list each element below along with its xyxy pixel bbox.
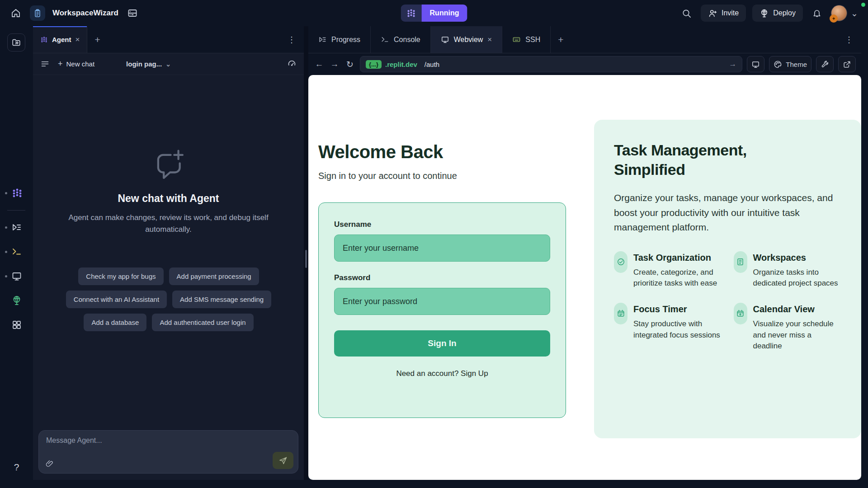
tab-ssh[interactable]: SSH bbox=[502, 26, 551, 53]
session-label: login pag... bbox=[126, 60, 162, 68]
panel-options-kebab-icon[interactable]: ⋮ bbox=[279, 26, 304, 53]
calendar-plus-icon bbox=[734, 303, 747, 324]
promo-panel: Task Management, Simplified Organize you… bbox=[594, 120, 861, 438]
panel-resize-handle[interactable] bbox=[304, 26, 308, 480]
feature-description: Visualize your schedule and never miss a… bbox=[753, 319, 842, 352]
empty-state-subtitle: Agent can make changes, review its work,… bbox=[65, 212, 273, 236]
monitor-icon bbox=[11, 271, 22, 282]
external-link-icon bbox=[843, 60, 851, 69]
layout-panels-button[interactable] bbox=[125, 5, 140, 21]
layout-panels-icon bbox=[127, 8, 138, 19]
suggestion-chip[interactable]: Add SMS message sending bbox=[172, 291, 271, 308]
account-menu[interactable]: ✦ ⌄ bbox=[831, 5, 860, 21]
theme-button[interactable]: Theme bbox=[769, 56, 811, 72]
recording-indicator-dot bbox=[861, 3, 865, 7]
devtools-button[interactable] bbox=[816, 56, 834, 72]
home-button[interactable] bbox=[8, 5, 24, 21]
add-tab-button[interactable]: + bbox=[551, 26, 571, 53]
browser-toolbar: ← → ↻ {...} .replit.dev /auth → Theme bbox=[308, 53, 861, 75]
webview-options-kebab-icon[interactable]: ⋮ bbox=[837, 26, 861, 53]
notifications-button[interactable] bbox=[809, 5, 825, 21]
invite-button[interactable]: Invite bbox=[701, 5, 746, 22]
feature-grid: Task Organization Create, categorize, an… bbox=[614, 251, 841, 352]
rail-item-networking[interactable] bbox=[0, 293, 33, 308]
suggestion-chip[interactable]: Check my app for bugs bbox=[78, 267, 163, 285]
tab-console[interactable]: Console bbox=[371, 26, 431, 53]
keyboard-icon bbox=[512, 35, 521, 44]
tab-label: SSH bbox=[525, 36, 540, 44]
host-domain: .replit.dev bbox=[385, 61, 417, 68]
search-button[interactable] bbox=[679, 5, 694, 21]
open-external-button[interactable] bbox=[838, 56, 856, 72]
promo-description: Organize your tasks, manage your workspa… bbox=[614, 191, 841, 235]
invite-label: Invite bbox=[722, 9, 739, 17]
new-chat-bubble-icon bbox=[33, 147, 304, 181]
reload-icon[interactable]: ↻ bbox=[344, 59, 355, 70]
deploy-button[interactable]: Deploy bbox=[752, 5, 803, 22]
feature-focus-timer: Focus Timer Stay productive with integra… bbox=[614, 303, 722, 352]
deploy-label: Deploy bbox=[773, 9, 796, 17]
host-badge: {...} bbox=[366, 60, 382, 69]
palette-icon bbox=[774, 60, 782, 69]
chevron-down-icon: ⌄ bbox=[849, 8, 860, 19]
chat-session-selector[interactable]: login pag... ⌄ bbox=[126, 60, 171, 68]
theme-label: Theme bbox=[786, 61, 807, 68]
rail-item-tools[interactable] bbox=[0, 317, 33, 333]
attachment-paperclip-icon[interactable] bbox=[45, 460, 54, 469]
device-preview-button[interactable] bbox=[747, 56, 764, 72]
address-bar[interactable]: {...} .replit.dev /auth → bbox=[360, 56, 742, 72]
feature-title: Focus Timer bbox=[633, 303, 722, 314]
add-tab-button[interactable]: + bbox=[87, 26, 107, 53]
workspace-title: WorkspaceWizard bbox=[52, 9, 118, 18]
resize-grip bbox=[305, 250, 307, 268]
rail-item-shell[interactable] bbox=[0, 244, 33, 259]
forward-icon[interactable]: → bbox=[329, 59, 340, 69]
agent-toolbar: + New chat login pag... ⌄ bbox=[33, 53, 304, 75]
chevron-down-icon: ⌄ bbox=[165, 61, 171, 68]
tab-webview[interactable]: Webview × bbox=[431, 26, 503, 53]
login-title: Welcome Back bbox=[318, 142, 443, 162]
close-tab-icon[interactable]: × bbox=[75, 36, 80, 43]
url-path: /auth bbox=[425, 61, 439, 68]
tab-label: Webview bbox=[454, 36, 483, 44]
webview-tab-strip: Progress Console Webview × SSH bbox=[308, 26, 861, 53]
open-indicator-dot bbox=[5, 192, 7, 194]
rail-item-progress[interactable] bbox=[0, 220, 33, 235]
new-chat-button[interactable]: + New chat bbox=[58, 59, 94, 69]
tab-progress[interactable]: Progress bbox=[308, 26, 371, 53]
tab-agent[interactable]: Agent × bbox=[33, 26, 87, 53]
suggestion-chip[interactable]: Add a database bbox=[84, 314, 146, 331]
send-button[interactable] bbox=[273, 452, 293, 469]
help-button[interactable]: ? bbox=[0, 462, 33, 473]
feature-calendar-view: Calendar View Visualize your schedule an… bbox=[734, 303, 842, 352]
feature-title: Task Organization bbox=[633, 251, 722, 263]
left-rail: ? bbox=[0, 26, 33, 480]
pane-toggle-icon bbox=[11, 38, 21, 47]
password-field[interactable] bbox=[334, 288, 550, 315]
suggestion-chip[interactable]: Connect with an AI Assistant bbox=[66, 291, 167, 308]
agent-tab-strip: Agent × + ⋮ bbox=[33, 26, 304, 53]
navigate-arrow-icon[interactable]: → bbox=[729, 60, 736, 69]
progress-icon bbox=[318, 35, 327, 44]
username-field[interactable] bbox=[334, 235, 550, 262]
run-status-pill[interactable]: Running bbox=[401, 5, 467, 22]
replit-logo-icon bbox=[401, 5, 422, 22]
usage-gauge-icon[interactable] bbox=[287, 59, 297, 69]
message-input[interactable] bbox=[39, 431, 298, 457]
sign-in-button[interactable]: Sign In bbox=[334, 330, 550, 357]
sign-up-link[interactable]: Need an account? Sign Up bbox=[334, 369, 550, 378]
empty-state-title: New chat with Agent bbox=[33, 192, 304, 205]
rail-item-webview[interactable] bbox=[0, 268, 33, 284]
rail-item-agent[interactable] bbox=[0, 185, 33, 201]
back-icon[interactable]: ← bbox=[314, 59, 325, 69]
tab-label: Progress bbox=[331, 36, 360, 44]
terminal-icon bbox=[381, 35, 389, 44]
file-tree-toggle-button[interactable] bbox=[7, 33, 25, 52]
avatar-spark-badge: ✦ bbox=[830, 14, 838, 23]
suggestion-chip[interactable]: Add payment processing bbox=[169, 267, 259, 285]
chat-list-icon[interactable] bbox=[40, 59, 50, 69]
suggestion-chip[interactable]: Add authenticated user login bbox=[152, 314, 253, 331]
timer-icon bbox=[614, 303, 627, 324]
close-tab-icon[interactable]: × bbox=[487, 36, 492, 43]
search-icon bbox=[681, 8, 692, 19]
